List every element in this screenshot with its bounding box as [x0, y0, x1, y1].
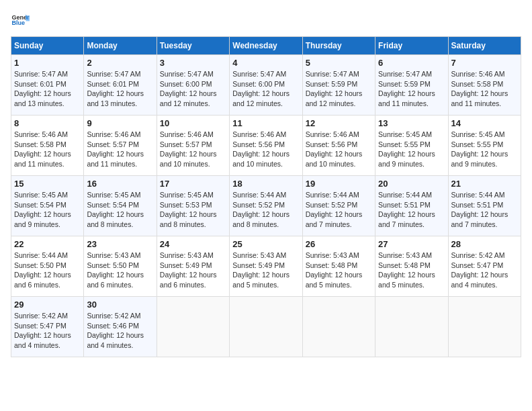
day-info: Sunrise: 5:44 AM Sunset: 5:52 PM Dayligh… [232, 190, 299, 230]
day-number: 11 [232, 118, 299, 128]
svg-text:Blue: Blue [11, 19, 25, 26]
calendar-cell: 7Sunrise: 5:46 AM Sunset: 5:58 PM Daylig… [448, 55, 521, 116]
day-number: 21 [451, 179, 518, 189]
calendar-cell: 11Sunrise: 5:46 AM Sunset: 5:56 PM Dayli… [230, 116, 302, 176]
day-number: 27 [378, 239, 445, 249]
calendar-cell: 27Sunrise: 5:43 AM Sunset: 5:48 PM Dayli… [375, 236, 448, 297]
calendar-week-3: 15Sunrise: 5:45 AM Sunset: 5:54 PM Dayli… [11, 176, 521, 236]
day-info: Sunrise: 5:45 AM Sunset: 5:55 PM Dayligh… [451, 130, 518, 169]
calendar-cell: 25Sunrise: 5:43 AM Sunset: 5:49 PM Dayli… [230, 236, 302, 297]
day-info: Sunrise: 5:44 AM Sunset: 5:51 PM Dayligh… [451, 190, 518, 230]
calendar-cell: 2Sunrise: 5:47 AM Sunset: 6:01 PM Daylig… [84, 55, 157, 116]
calendar-cell [302, 297, 375, 357]
day-number: 17 [160, 179, 226, 189]
day-number: 20 [378, 179, 445, 189]
calendar-week-2: 8Sunrise: 5:46 AM Sunset: 5:58 PM Daylig… [11, 116, 521, 176]
calendar-cell: 18Sunrise: 5:44 AM Sunset: 5:52 PM Dayli… [230, 176, 302, 236]
day-number: 26 [306, 239, 372, 249]
logo: General Blue [11, 11, 30, 30]
calendar-cell: 5Sunrise: 5:47 AM Sunset: 5:59 PM Daylig… [302, 55, 375, 116]
calendar-cell [230, 297, 302, 357]
calendar-week-4: 22Sunrise: 5:44 AM Sunset: 5:50 PM Dayli… [11, 236, 521, 297]
svg-marker-3 [26, 15, 30, 21]
calendar-week-5: 29Sunrise: 5:42 AM Sunset: 5:47 PM Dayli… [11, 297, 521, 357]
column-header-thursday: Thursday [302, 37, 375, 55]
calendar-cell: 9Sunrise: 5:46 AM Sunset: 5:57 PM Daylig… [84, 116, 157, 176]
day-number: 25 [232, 239, 299, 249]
day-number: 23 [87, 239, 153, 249]
day-number: 4 [232, 58, 299, 68]
day-info: Sunrise: 5:47 AM Sunset: 6:01 PM Dayligh… [14, 69, 81, 109]
calendar-cell [157, 297, 229, 357]
day-info: Sunrise: 5:43 AM Sunset: 5:50 PM Dayligh… [87, 250, 153, 290]
calendar-cell: 8Sunrise: 5:46 AM Sunset: 5:58 PM Daylig… [11, 116, 84, 176]
day-number: 18 [232, 179, 299, 189]
calendar-cell: 14Sunrise: 5:45 AM Sunset: 5:55 PM Dayli… [448, 116, 521, 176]
column-header-sunday: Sunday [11, 37, 84, 55]
day-info: Sunrise: 5:43 AM Sunset: 5:48 PM Dayligh… [306, 250, 372, 290]
calendar-cell: 23Sunrise: 5:43 AM Sunset: 5:50 PM Dayli… [84, 236, 157, 297]
calendar-cell: 4Sunrise: 5:47 AM Sunset: 6:00 PM Daylig… [230, 55, 302, 116]
calendar-cell: 24Sunrise: 5:43 AM Sunset: 5:49 PM Dayli… [157, 236, 229, 297]
day-info: Sunrise: 5:45 AM Sunset: 5:54 PM Dayligh… [14, 190, 81, 230]
day-info: Sunrise: 5:44 AM Sunset: 5:51 PM Dayligh… [378, 190, 445, 230]
calendar-cell: 1Sunrise: 5:47 AM Sunset: 6:01 PM Daylig… [11, 55, 84, 116]
column-header-wednesday: Wednesday [230, 37, 302, 55]
day-info: Sunrise: 5:46 AM Sunset: 5:57 PM Dayligh… [87, 130, 153, 169]
day-info: Sunrise: 5:46 AM Sunset: 5:56 PM Dayligh… [306, 130, 372, 169]
calendar-cell: 19Sunrise: 5:44 AM Sunset: 5:52 PM Dayli… [302, 176, 375, 236]
logo-icon: General Blue [11, 11, 30, 30]
day-info: Sunrise: 5:45 AM Sunset: 5:53 PM Dayligh… [160, 190, 226, 230]
day-info: Sunrise: 5:45 AM Sunset: 5:54 PM Dayligh… [87, 190, 153, 230]
calendar-cell: 26Sunrise: 5:43 AM Sunset: 5:48 PM Dayli… [302, 236, 375, 297]
day-info: Sunrise: 5:43 AM Sunset: 5:48 PM Dayligh… [378, 250, 445, 290]
day-number: 1 [14, 58, 81, 68]
day-info: Sunrise: 5:43 AM Sunset: 5:49 PM Dayligh… [160, 250, 226, 290]
day-info: Sunrise: 5:43 AM Sunset: 5:49 PM Dayligh… [232, 250, 299, 290]
calendar-cell: 10Sunrise: 5:46 AM Sunset: 5:57 PM Dayli… [157, 116, 229, 176]
calendar-cell: 17Sunrise: 5:45 AM Sunset: 5:53 PM Dayli… [157, 176, 229, 236]
day-number: 7 [451, 58, 518, 68]
calendar-cell: 6Sunrise: 5:47 AM Sunset: 5:59 PM Daylig… [375, 55, 448, 116]
day-info: Sunrise: 5:42 AM Sunset: 5:47 PM Dayligh… [14, 311, 81, 351]
column-header-tuesday: Tuesday [157, 37, 229, 55]
calendar-cell: 20Sunrise: 5:44 AM Sunset: 5:51 PM Dayli… [375, 176, 448, 236]
calendar-cell: 29Sunrise: 5:42 AM Sunset: 5:47 PM Dayli… [11, 297, 84, 357]
day-number: 8 [14, 118, 81, 128]
day-number: 6 [378, 58, 445, 68]
calendar-cell: 3Sunrise: 5:47 AM Sunset: 6:00 PM Daylig… [157, 55, 229, 116]
calendar-cell: 28Sunrise: 5:42 AM Sunset: 5:47 PM Dayli… [448, 236, 521, 297]
day-info: Sunrise: 5:47 AM Sunset: 6:01 PM Dayligh… [87, 69, 153, 109]
calendar-cell: 30Sunrise: 5:42 AM Sunset: 5:46 PM Dayli… [84, 297, 157, 357]
calendar-cell: 12Sunrise: 5:46 AM Sunset: 5:56 PM Dayli… [302, 116, 375, 176]
column-header-saturday: Saturday [448, 37, 521, 55]
calendar-cell: 22Sunrise: 5:44 AM Sunset: 5:50 PM Dayli… [11, 236, 84, 297]
calendar-cell: 13Sunrise: 5:45 AM Sunset: 5:55 PM Dayli… [375, 116, 448, 176]
calendar-week-1: 1Sunrise: 5:47 AM Sunset: 6:01 PM Daylig… [11, 55, 521, 116]
day-number: 30 [87, 300, 153, 310]
day-number: 16 [87, 179, 153, 189]
day-info: Sunrise: 5:47 AM Sunset: 5:59 PM Dayligh… [378, 69, 445, 109]
day-info: Sunrise: 5:46 AM Sunset: 5:56 PM Dayligh… [232, 130, 299, 169]
calendar-cell: 15Sunrise: 5:45 AM Sunset: 5:54 PM Dayli… [11, 176, 84, 236]
day-number: 3 [160, 58, 226, 68]
calendar-cell: 16Sunrise: 5:45 AM Sunset: 5:54 PM Dayli… [84, 176, 157, 236]
day-info: Sunrise: 5:44 AM Sunset: 5:52 PM Dayligh… [306, 190, 372, 230]
day-info: Sunrise: 5:46 AM Sunset: 5:58 PM Dayligh… [14, 130, 81, 169]
day-number: 2 [87, 58, 153, 68]
day-number: 28 [451, 239, 518, 249]
calendar-cell: 21Sunrise: 5:44 AM Sunset: 5:51 PM Dayli… [448, 176, 521, 236]
day-number: 15 [14, 179, 81, 189]
column-header-friday: Friday [375, 37, 448, 55]
page-header: General Blue [11, 11, 521, 30]
calendar-cell [375, 297, 448, 357]
day-info: Sunrise: 5:47 AM Sunset: 5:59 PM Dayligh… [306, 69, 372, 109]
day-info: Sunrise: 5:45 AM Sunset: 5:55 PM Dayligh… [378, 130, 445, 169]
day-number: 22 [14, 239, 81, 249]
day-number: 12 [306, 118, 372, 128]
day-info: Sunrise: 5:47 AM Sunset: 6:00 PM Dayligh… [232, 69, 299, 109]
day-number: 5 [306, 58, 372, 68]
day-number: 24 [160, 239, 226, 249]
day-info: Sunrise: 5:42 AM Sunset: 5:46 PM Dayligh… [87, 311, 153, 351]
day-number: 13 [378, 118, 445, 128]
